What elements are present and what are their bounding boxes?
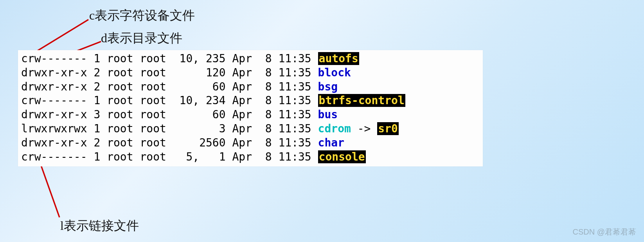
- ls-listing: crw------- 1 root root 10, 235 Apr 8 11:…: [18, 50, 483, 166]
- annotation-l-link: l表示链接文件: [60, 217, 139, 235]
- annotation-d-directory: d表示目录文件: [101, 30, 182, 47]
- ls-listing-text: crw------- 1 root root 10, 235 Apr 8 11:…: [21, 52, 480, 164]
- watermark: CSDN @君莃君莃: [572, 227, 636, 237]
- annotation-c-char-device: c表示字符设备文件: [89, 7, 195, 24]
